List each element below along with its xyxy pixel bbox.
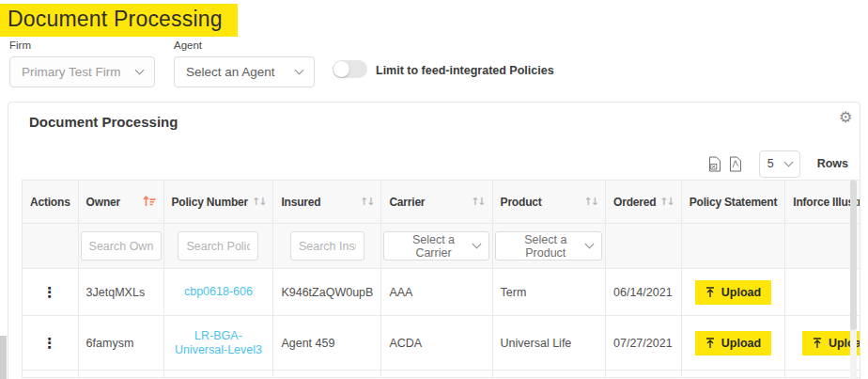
firm-select-value: Primary Test Firm	[22, 65, 121, 79]
page-title: Document Processing	[0, 4, 238, 37]
filter-cell-product: Select a Product	[492, 224, 605, 269]
insured-cell: K946tZaQW0upB	[273, 269, 381, 316]
sort-icon: ↑↓	[471, 196, 484, 208]
agent-select[interactable]: Select an Agent	[174, 56, 315, 87]
filter-cell-ordered	[606, 224, 682, 269]
sort-ascending-icon	[143, 195, 156, 210]
upload-policy-statement-button[interactable]: Upload	[695, 331, 771, 355]
filter-row: Select a Carrier Select a Product	[23, 224, 860, 269]
agent-filter: Agent Select an Agent	[174, 39, 315, 87]
policy-number-cell: cbp0618-606	[163, 269, 273, 316]
card-title: Document Processing	[29, 114, 178, 130]
gear-icon[interactable]: ⚙	[839, 110, 852, 125]
excel-export-icon[interactable]	[708, 156, 721, 172]
insured-cell: Agent 459	[273, 316, 381, 371]
column-header-product[interactable]: Product↑↓	[492, 181, 605, 224]
ordered-cell: 07/27/2021	[606, 316, 682, 371]
chevron-down-icon	[585, 240, 595, 249]
filter-cell-policy-statement	[681, 224, 785, 269]
policy-statement-cell: Upload	[681, 316, 785, 371]
product-cell: Universal Life	[492, 316, 605, 371]
rows-per-page-value: 5	[767, 157, 774, 170]
column-header-carrier[interactable]: Carrier↑↓	[381, 181, 492, 224]
column-header-policy-statement: Policy Statement	[681, 181, 785, 224]
chevron-down-icon	[135, 66, 145, 75]
carrier-cell: AAA	[381, 269, 492, 316]
table-row: ⋮ 6famysm LR-BGA-Universal-Level3 Agent …	[23, 316, 860, 371]
chevron-down-icon	[473, 240, 482, 249]
search-insured-input[interactable]	[290, 231, 364, 261]
table-row	[23, 371, 860, 378]
firm-select[interactable]: Primary Test Firm	[9, 56, 155, 87]
column-header-insured[interactable]: Insured↑↓	[273, 181, 381, 224]
kebab-menu-icon[interactable]: ⋮	[42, 284, 57, 300]
firm-filter: Firm Primary Test Firm	[9, 39, 155, 87]
rows-label: Rows	[817, 157, 848, 170]
policy-number-link[interactable]: LR-BGA-Universal-Level3	[174, 329, 264, 357]
agent-label: Agent	[174, 39, 315, 51]
feed-integrated-toggle[interactable]	[333, 60, 367, 78]
owner-cell: 6famysm	[78, 316, 163, 371]
table-row: ⋮ 3JetqMXLs cbp0618-606 K946tZaQW0upB AA…	[23, 269, 860, 316]
filter-cell-inforce	[785, 224, 860, 269]
agent-select-value: Select an Agent	[186, 65, 275, 79]
document-processing-card: Document Processing ⚙ 5 Rows Actions Own…	[8, 102, 860, 379]
column-header-actions: Actions	[23, 181, 79, 224]
actions-cell: ⋮	[23, 269, 79, 316]
owner-cell: 3JetqMXLs	[78, 269, 163, 316]
upload-icon	[705, 338, 715, 349]
column-header-owner[interactable]: Owner	[78, 181, 163, 224]
upload-icon	[705, 287, 715, 298]
filter-cell-carrier: Select a Carrier	[381, 224, 492, 269]
sort-icon: ↑↓	[252, 196, 265, 208]
upload-policy-statement-button[interactable]: Upload	[695, 280, 771, 305]
upload-icon	[813, 338, 822, 349]
column-header-inforce-illustration: Inforce Illustration	[785, 181, 860, 224]
chevron-down-icon	[295, 66, 304, 75]
scrollbar-thumb[interactable]	[850, 180, 857, 330]
inforce-illustration-cell	[785, 269, 860, 316]
toggle-knob	[333, 61, 349, 77]
filter-cell-policy	[163, 224, 273, 269]
product-filter-select[interactable]: Select a Product	[495, 231, 602, 261]
firm-label: Firm	[9, 39, 155, 51]
ordered-cell: 06/14/2021	[606, 269, 682, 316]
search-owner-input[interactable]	[81, 231, 162, 261]
carrier-cell: ACDA	[381, 316, 492, 371]
filter-cell-owner	[78, 224, 163, 269]
actions-cell: ⋮	[23, 316, 79, 371]
policy-number-cell: LR-BGA-Universal-Level3	[163, 316, 273, 371]
pdf-export-icon[interactable]	[729, 156, 742, 172]
column-header-ordered[interactable]: Ordered↑↓	[606, 181, 682, 224]
chevron-down-icon	[783, 157, 793, 166]
feed-integrated-toggle-label: Limit to feed-integrated Policies	[376, 64, 554, 77]
policy-number-link[interactable]: cbp0618-606	[184, 285, 253, 299]
rows-per-page-select[interactable]: 5	[759, 150, 800, 178]
policy-statement-cell: Upload	[681, 269, 785, 316]
kebab-menu-icon[interactable]: ⋮	[42, 335, 57, 351]
sort-icon: ↑↓	[584, 196, 597, 208]
sort-icon: ↑↓	[360, 196, 373, 208]
filter-cell-actions	[23, 224, 79, 269]
search-policy-number-input[interactable]	[178, 231, 258, 261]
table-container: Actions Owner Policy Number↑↓ Insured↑↓ …	[22, 180, 860, 379]
column-header-policy-number[interactable]: Policy Number↑↓	[163, 181, 273, 224]
left-scrollbar-fragment	[0, 336, 7, 379]
inforce-illustration-cell: Upload	[785, 316, 860, 371]
table-toolbar: 5 Rows	[708, 150, 848, 178]
carrier-filter-select[interactable]: Select a Carrier	[383, 231, 489, 261]
document-processing-table: Actions Owner Policy Number↑↓ Insured↑↓ …	[22, 180, 860, 378]
table-vertical-scrollbar[interactable]	[850, 180, 857, 379]
product-cell: Term	[492, 269, 605, 316]
header-row: Actions Owner Policy Number↑↓ Insured↑↓ …	[23, 181, 860, 224]
sort-icon: ↑↓	[659, 196, 673, 208]
filter-cell-insured	[273, 224, 381, 269]
